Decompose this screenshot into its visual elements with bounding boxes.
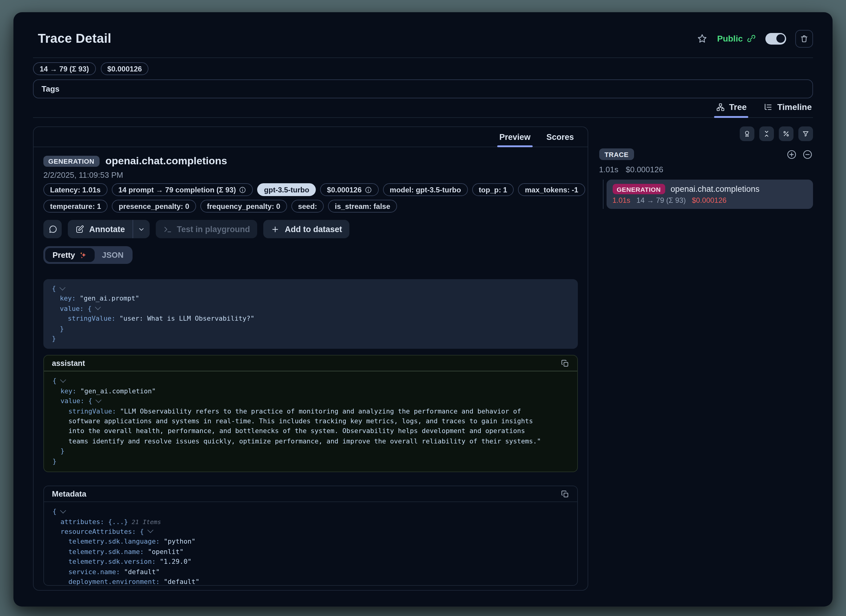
assistant-block-title: assistant — [52, 359, 85, 368]
comment-icon — [48, 225, 57, 234]
badge-label: $0.000126 — [107, 65, 142, 73]
star-icon — [696, 33, 708, 44]
format-pretty-button[interactable]: Pretty — [45, 248, 95, 262]
trace-badge[interactable]: TRACE — [599, 148, 634, 160]
tab-timeline[interactable]: Timeline — [764, 102, 812, 112]
generation-tree-node[interactable]: GENERATION openai.chat.completions 1.01s… — [606, 179, 813, 209]
code-line: value: { — [52, 304, 545, 314]
test-in-playground-button[interactable]: Test in playground — [156, 220, 257, 238]
badge-label: is_stream: false — [335, 202, 390, 210]
tree-icon — [715, 102, 725, 112]
collapse-chevron-icon[interactable] — [147, 527, 153, 533]
trace-latency: 1.01s — [599, 165, 618, 174]
plus-circle-icon — [786, 149, 797, 160]
add-to-dataset-button[interactable]: Add to dataset — [264, 220, 350, 238]
collapse-all-circle-button[interactable] — [802, 149, 813, 160]
assistant-output-block: assistant {key: "gen_ai.completion"value… — [43, 355, 577, 472]
code-line: resourceAttributes: { — [53, 527, 546, 537]
filter-button[interactable] — [798, 126, 813, 141]
metric-badge: gpt-3.5-turbo — [257, 183, 316, 196]
toggle-knob — [776, 34, 784, 43]
public-label: Public — [717, 34, 743, 43]
add-to-dataset-label: Add to dataset — [285, 225, 342, 234]
public-link[interactable]: Public — [717, 34, 756, 43]
collapse-chevron-icon[interactable] — [60, 377, 65, 382]
metrics-toggle-button[interactable] — [779, 126, 793, 141]
playground-label: Test in playground — [177, 225, 250, 234]
annotate-button[interactable]: Annotate — [68, 220, 132, 238]
input-code-block: {key: "gen_ai.prompt"value: {stringValue… — [43, 279, 577, 349]
tab-tree-label: Tree — [729, 102, 747, 112]
view-tabs: Tree Timeline — [33, 100, 813, 118]
copy-metadata-button[interactable] — [560, 490, 569, 498]
annotate-dropdown-button[interactable] — [133, 220, 149, 238]
comment-button[interactable] — [43, 220, 62, 238]
trace-cost-badge: $0.000126 — [100, 62, 148, 75]
badge-label: max_tokens: -1 — [525, 185, 579, 194]
expand-all-button[interactable] — [786, 149, 797, 160]
tab-scores[interactable]: Scores — [546, 132, 574, 142]
collapse-chevron-icon[interactable] — [59, 284, 65, 290]
metric-badge: frequency_penalty: 0 — [200, 200, 287, 213]
metadata-block: Metadata {attributes: {...} 21 Itemsreso… — [43, 485, 577, 586]
panel-tabs: Preview Scores — [34, 127, 587, 147]
node-title: openai.chat.completions — [671, 184, 759, 194]
code-line: telemetry.sdk.language: "python" — [53, 537, 546, 547]
code-line: value: { — [53, 397, 546, 407]
action-bar: Annotate Test in playground — [43, 220, 577, 238]
metadata-block-title: Metadata — [52, 489, 87, 498]
sparkles-icon — [79, 251, 87, 259]
info-icon[interactable] — [239, 186, 247, 193]
star-button[interactable] — [696, 33, 708, 44]
node-tokens: 14 → 79 (Σ 93) — [636, 196, 686, 204]
pretty-label: Pretty — [53, 250, 75, 260]
annotate-label: Annotate — [89, 225, 125, 234]
info-icon[interactable] — [365, 186, 372, 193]
trace-summary-badges: 14 → 79 (Σ 93)$0.000126 — [33, 62, 813, 75]
filter-icon — [802, 129, 809, 138]
annotate-split-button: Annotate — [68, 220, 149, 238]
chevron-down-icon — [137, 225, 145, 233]
code-line: } — [53, 457, 546, 467]
tab-preview[interactable]: Preview — [499, 132, 530, 142]
code-line: stringValue: "user: What is LLM Observab… — [52, 314, 545, 324]
collapse-chevron-icon[interactable] — [95, 304, 100, 310]
link-icon — [746, 34, 756, 43]
metric-badge: top_p: 1 — [472, 183, 514, 196]
header-divider — [33, 57, 813, 58]
badge-label: seed: — [298, 202, 317, 210]
badge-label: temperature: 1 — [50, 202, 101, 210]
plus-icon — [271, 225, 280, 234]
code-line: stringValue: "LLM Observability refers t… — [53, 406, 546, 447]
metric-badge: model: gpt-3.5-turbo — [383, 183, 468, 196]
metric-badge: max_tokens: -1 — [518, 183, 585, 196]
tags-box[interactable]: Tags — [33, 79, 813, 99]
annotate-icon — [75, 225, 84, 234]
collapse-chevron-icon[interactable] — [60, 507, 65, 513]
code-line: { — [52, 284, 545, 294]
tree-indent-guide: GENERATION openai.chat.completions 1.01s… — [602, 179, 813, 209]
observation-card: Preview Scores GENERATION openai.chat.co… — [33, 126, 588, 591]
delete-trace-button[interactable] — [795, 29, 813, 47]
page-background: Trace Detail Public 14 → 79 (Σ 9 — [0, 0, 846, 616]
public-toggle[interactable] — [765, 33, 786, 44]
collapse-chevron-icon[interactable] — [95, 397, 101, 402]
badge-label: 14 prompt → 79 completion (Σ 93) — [118, 185, 236, 194]
format-toggle: Pretty JSON — [43, 246, 133, 264]
copy-icon — [560, 490, 569, 498]
terminal-icon — [163, 225, 172, 234]
annotation-queue-button[interactable] — [740, 126, 754, 141]
observation-timestamp: 2/2/2025, 11:09:53 PM — [43, 171, 577, 179]
format-json-button[interactable]: JSON — [95, 248, 131, 262]
collapse-all-button[interactable] — [759, 126, 774, 141]
tab-tree[interactable]: Tree — [715, 102, 747, 112]
timeline-icon — [764, 102, 773, 112]
copy-assistant-button[interactable] — [560, 359, 569, 368]
tab-timeline-label: Timeline — [777, 102, 812, 112]
code-line: { — [53, 507, 546, 517]
percent-icon — [783, 129, 790, 138]
badge-label: 14 → 79 (Σ 93) — [40, 65, 89, 73]
trace-stats: 1.01s $0.000126 — [599, 165, 813, 174]
node-type-badge: GENERATION — [612, 184, 665, 194]
code-line: deployment.environment: "default" — [53, 577, 546, 586]
